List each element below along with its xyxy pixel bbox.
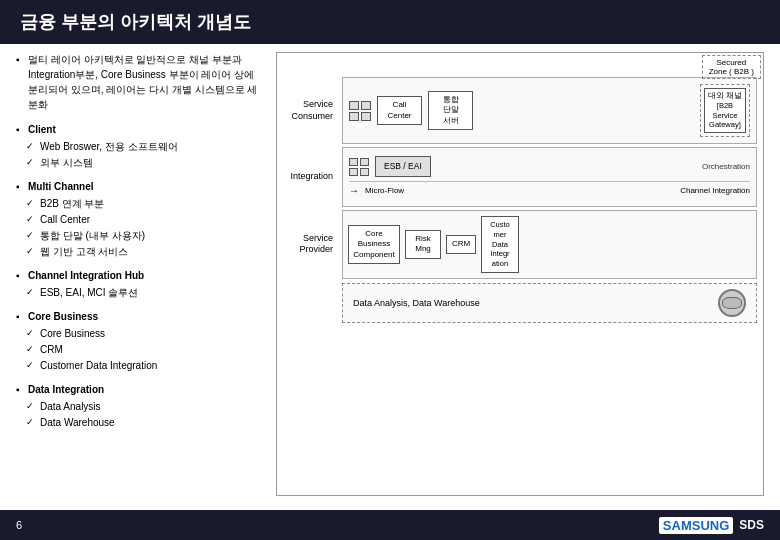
samsung-sds: SDS: [739, 518, 764, 532]
b2b-gateway-box: 대외 채널[B2BServiceGateway]: [704, 88, 746, 133]
core-business-item-3: Customer Data Integration: [16, 358, 266, 374]
call-center-box: CallCenter: [377, 96, 422, 125]
section-data-integration-title: Data Integration: [16, 382, 266, 397]
samsung-logo: SAMSUNG SDS: [659, 517, 764, 534]
section-core-business-title: Core Business: [16, 309, 266, 324]
client-item-2: 외부 시스템: [16, 155, 266, 171]
page-header: 금융 부분의 아키텍처 개념도: [0, 0, 780, 44]
customer-data-box: CustomerDataIntegration: [481, 216, 519, 273]
integration-body: ESB / EAI Orchestration → Micro-Flow Cha…: [342, 147, 757, 207]
integration-row: Integration ESB / EAI: [283, 147, 757, 207]
service-provider-label: ServiceProvider: [283, 210, 338, 279]
main-content: 멀티 레이어 아키텍처로 일반적으로 채널 부분과 Integration부분,…: [0, 44, 780, 504]
section-client-title: Client: [16, 122, 266, 137]
crm-box: CRM: [446, 235, 476, 253]
client-item-1: Web Broswer, 전용 소프트웨어: [16, 139, 266, 155]
secured-zone-label: SecuredZone ( B2B ): [702, 55, 761, 79]
section-channel-hub: Channel Integration Hub ESB, EAI, MCI 솔루…: [16, 268, 266, 301]
core-business-item-1: Core Business: [16, 326, 266, 342]
page-title: 금융 부분의 아키텍처 개념도: [20, 12, 251, 32]
page-footer: 6 SAMSUNG SDS: [0, 510, 780, 540]
esb-eai-box: ESB / EAI: [375, 156, 431, 177]
channel-integration-label: Channel Integration: [680, 186, 750, 195]
database-cylinder: [718, 289, 746, 317]
multi-channel-item-2: Call Center: [16, 212, 266, 228]
data-integration-item-2: Data Warehouse: [16, 415, 266, 431]
integration-server-box: 통합단말서버: [428, 91, 473, 130]
core-business-item-2: CRM: [16, 342, 266, 358]
service-provider-body: CoreBusinessComponent RiskMng CRM Custom…: [342, 210, 757, 279]
micro-flow-label: Micro-Flow: [365, 186, 404, 195]
service-consumer-label: ServiceConsumer: [283, 77, 338, 144]
data-integration-side-label: [283, 283, 338, 323]
multi-channel-item-3: 통합 단말 (내부 사용자): [16, 228, 266, 244]
section-core-business: Core Business Core Business CRM Customer…: [16, 309, 266, 374]
samsung-brand: SAMSUNG: [659, 517, 733, 534]
page-number: 6: [16, 519, 22, 531]
service-provider-row: ServiceProvider CoreBusinessComponent Ri…: [283, 210, 757, 279]
data-integration-body: Data Analysis, Data Warehouse: [342, 283, 757, 323]
micro-flow-arrow: →: [349, 185, 359, 196]
risk-mng-box: RiskMng: [405, 230, 441, 259]
section-client: Client Web Broswer, 전용 소프트웨어 외부 시스템: [16, 122, 266, 171]
service-consumer-body: CallCenter 통합단말서버 대외 채널[B2BServiceGatewa…: [342, 77, 757, 144]
section-channel-hub-title: Channel Integration Hub: [16, 268, 266, 283]
data-integration-item-1: Data Analysis: [16, 399, 266, 415]
multi-channel-item-1: B2B 연계 부분: [16, 196, 266, 212]
section-data-integration: Data Integration Data Analysis Data Ware…: [16, 382, 266, 431]
data-integration-row: Data Analysis, Data Warehouse: [283, 283, 757, 323]
intro-text: 멀티 레이어 아키텍처로 일반적으로 채널 부분과 Integration부분,…: [16, 52, 266, 112]
architecture-diagram: SecuredZone ( B2B ) ServiceConsumer Call…: [276, 52, 764, 496]
integration-label: Integration: [283, 147, 338, 207]
channel-hub-item-1: ESB, EAI, MCI 솔루션: [16, 285, 266, 301]
data-analysis-warehouse-label: Data Analysis, Data Warehouse: [353, 298, 480, 308]
core-business-component-box: CoreBusinessComponent: [348, 225, 400, 264]
orchestration-label: Orchestration: [702, 162, 750, 171]
section-multi-channel: Multi Channel B2B 연계 부분 Call Center 통합 단…: [16, 179, 266, 260]
service-consumer-row: ServiceConsumer CallCenter 통합단말서버: [283, 77, 757, 144]
section-multi-channel-title: Multi Channel: [16, 179, 266, 194]
left-panel: 멀티 레이어 아키텍처로 일반적으로 채널 부분과 Integration부분,…: [16, 52, 276, 496]
multi-channel-item-4: 웹 기반 고객 서비스: [16, 244, 266, 260]
